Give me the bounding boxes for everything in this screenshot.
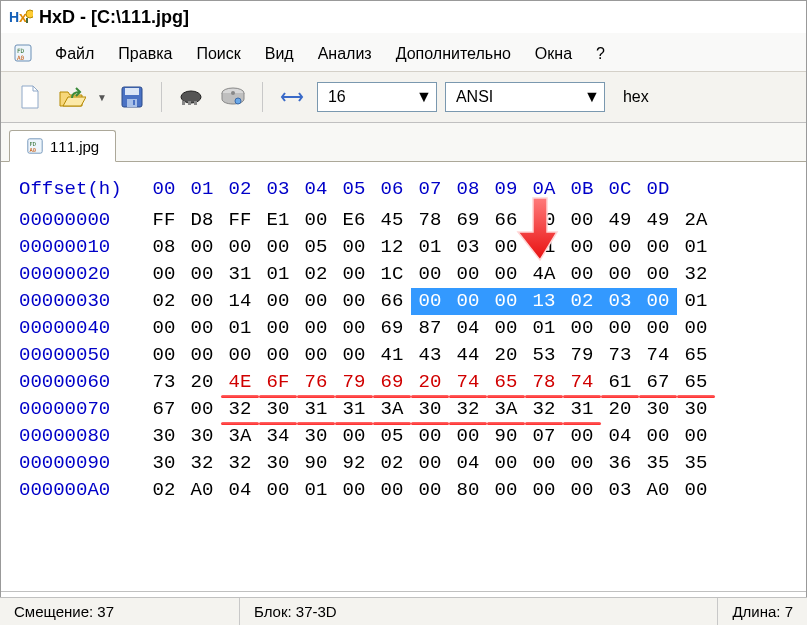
hex-byte[interactable]: 00 xyxy=(335,234,373,261)
hex-byte[interactable]: 30 xyxy=(297,423,335,450)
hex-byte[interactable]: FF xyxy=(221,207,259,234)
hex-byte[interactable]: 30 xyxy=(145,423,183,450)
hex-byte[interactable]: 07 xyxy=(525,423,563,450)
hex-byte[interactable]: 01 xyxy=(221,315,259,342)
hex-byte[interactable]: 34 xyxy=(259,423,297,450)
hex-byte[interactable]: 78 xyxy=(411,207,449,234)
hex-byte[interactable]: 05 xyxy=(297,234,335,261)
hex-byte[interactable]: 00 xyxy=(563,450,601,477)
hex-byte[interactable]: 32 xyxy=(221,396,259,423)
menu-edit[interactable]: Правка xyxy=(108,43,182,65)
hex-byte[interactable]: 00 xyxy=(297,315,335,342)
hex-byte[interactable]: 00 xyxy=(487,315,525,342)
hex-byte[interactable]: 00 xyxy=(639,288,677,315)
open-dropdown-arrow[interactable]: ▼ xyxy=(97,92,107,103)
hex-byte[interactable]: E1 xyxy=(259,207,297,234)
hex-byte[interactable]: FF xyxy=(145,207,183,234)
hex-byte[interactable]: 00 xyxy=(639,423,677,450)
hex-byte[interactable]: 08 xyxy=(145,234,183,261)
file-tab[interactable]: FD A0 111.jpg xyxy=(9,130,116,162)
hex-byte[interactable]: 01 xyxy=(677,288,715,315)
hex-byte[interactable]: A0 xyxy=(639,477,677,504)
hex-byte[interactable]: 79 xyxy=(563,342,601,369)
hex-byte[interactable]: 31 xyxy=(221,261,259,288)
hex-byte[interactable]: 01 xyxy=(677,234,715,261)
hex-byte[interactable]: 00 xyxy=(259,234,297,261)
hex-byte[interactable]: 04 xyxy=(221,477,259,504)
hex-byte[interactable]: 00 xyxy=(183,315,221,342)
hex-byte[interactable]: 00 xyxy=(487,261,525,288)
hex-byte[interactable]: 30 xyxy=(183,423,221,450)
hex-byte[interactable]: 41 xyxy=(373,342,411,369)
hex-byte[interactable]: 73 xyxy=(601,342,639,369)
disk-icon[interactable] xyxy=(216,80,250,114)
hex-byte[interactable]: 00 xyxy=(677,315,715,342)
hex-byte[interactable]: 65 xyxy=(677,369,715,396)
hex-byte[interactable]: 73 xyxy=(145,369,183,396)
hex-byte[interactable]: 00 xyxy=(601,234,639,261)
hex-byte[interactable]: 76 xyxy=(297,369,335,396)
hex-byte[interactable]: 00 xyxy=(601,261,639,288)
hex-byte[interactable]: 20 xyxy=(487,342,525,369)
hex-byte[interactable]: 00 xyxy=(449,261,487,288)
hex-byte[interactable]: 3A xyxy=(487,396,525,423)
hex-byte[interactable]: 79 xyxy=(335,369,373,396)
hex-byte[interactable]: 02 xyxy=(563,288,601,315)
hex-byte[interactable]: 00 xyxy=(525,477,563,504)
hex-byte[interactable]: 32 xyxy=(677,261,715,288)
hex-byte[interactable]: 00 xyxy=(677,423,715,450)
hex-byte[interactable]: 35 xyxy=(677,450,715,477)
hex-byte[interactable]: 01 xyxy=(259,261,297,288)
width-icon[interactable] xyxy=(275,80,309,114)
hex-byte[interactable]: 92 xyxy=(335,450,373,477)
hex-byte[interactable]: 00 xyxy=(411,288,449,315)
hex-byte[interactable]: 65 xyxy=(487,369,525,396)
hex-byte[interactable]: 02 xyxy=(145,288,183,315)
hex-byte[interactable]: 00 xyxy=(221,342,259,369)
hex-byte[interactable]: 00 xyxy=(411,477,449,504)
hex-byte[interactable]: 00 xyxy=(145,342,183,369)
open-file-button[interactable] xyxy=(55,80,89,114)
save-button[interactable] xyxy=(115,80,149,114)
hex-byte[interactable]: 00 xyxy=(487,477,525,504)
hex-byte[interactable]: 43 xyxy=(411,342,449,369)
hex-byte[interactable]: 00 xyxy=(639,261,677,288)
hex-byte[interactable]: 80 xyxy=(449,477,487,504)
hex-byte[interactable]: 03 xyxy=(601,288,639,315)
hex-byte[interactable]: 04 xyxy=(601,423,639,450)
hex-byte[interactable]: 05 xyxy=(373,423,411,450)
hex-byte[interactable]: 00 xyxy=(259,342,297,369)
hex-byte[interactable]: 00 xyxy=(259,477,297,504)
hex-byte[interactable]: 1C xyxy=(373,261,411,288)
bytes-per-row-dropdown[interactable]: 16 ▼ xyxy=(317,82,437,112)
hex-byte[interactable]: 00 xyxy=(335,261,373,288)
hex-byte[interactable]: 32 xyxy=(183,450,221,477)
hex-byte[interactable]: 01 xyxy=(525,234,563,261)
hex-byte[interactable]: 00 xyxy=(183,261,221,288)
hex-byte[interactable]: 00 xyxy=(525,207,563,234)
hex-byte[interactable]: 20 xyxy=(183,369,221,396)
hex-byte[interactable]: 00 xyxy=(183,396,221,423)
hex-byte[interactable]: 32 xyxy=(449,396,487,423)
hex-byte[interactable]: 74 xyxy=(449,369,487,396)
hex-byte[interactable]: 00 xyxy=(563,207,601,234)
hex-byte[interactable]: 30 xyxy=(639,396,677,423)
hex-byte[interactable]: 00 xyxy=(335,288,373,315)
hex-byte[interactable]: 31 xyxy=(335,396,373,423)
hex-byte[interactable]: 00 xyxy=(335,315,373,342)
hex-byte[interactable]: 67 xyxy=(639,369,677,396)
hex-byte[interactable]: 44 xyxy=(449,342,487,369)
hex-byte[interactable]: 00 xyxy=(183,342,221,369)
hex-byte[interactable]: 00 xyxy=(145,315,183,342)
hex-byte[interactable]: 69 xyxy=(373,315,411,342)
hex-byte[interactable]: 12 xyxy=(373,234,411,261)
hex-byte[interactable]: 53 xyxy=(525,342,563,369)
charset-dropdown[interactable]: ANSI ▼ xyxy=(445,82,605,112)
hex-byte[interactable]: 00 xyxy=(297,342,335,369)
hex-byte[interactable]: 00 xyxy=(411,450,449,477)
hex-byte[interactable]: 30 xyxy=(145,450,183,477)
menu-extras[interactable]: Дополнительно xyxy=(386,43,521,65)
hex-byte[interactable]: 30 xyxy=(259,450,297,477)
hex-byte[interactable]: 74 xyxy=(639,342,677,369)
hex-byte[interactable]: 00 xyxy=(487,288,525,315)
